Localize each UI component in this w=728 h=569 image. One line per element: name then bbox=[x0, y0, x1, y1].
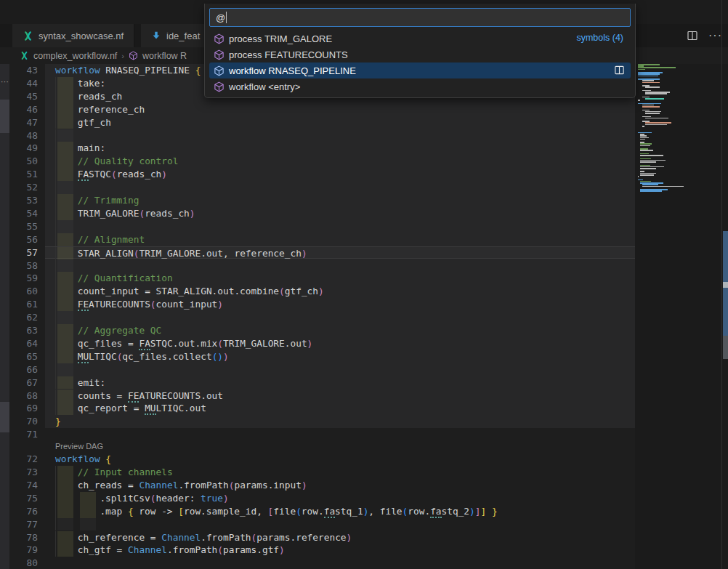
code-line[interactable]: .map { row -> [row.sample_id, [file(row.… bbox=[45, 505, 635, 518]
line-number[interactable]: 63 bbox=[9, 324, 38, 337]
line-number[interactable]: 46 bbox=[9, 103, 38, 116]
code-line[interactable]: ch_reference = Channel.fromPath(params.r… bbox=[45, 531, 635, 544]
line-number[interactable]: 78 bbox=[9, 531, 38, 544]
code-line[interactable]: TRIM_GALORE(reads_ch) bbox=[45, 207, 635, 220]
line-number[interactable]: 72 bbox=[9, 453, 38, 466]
breadcrumb-file[interactable]: complex_workflow.nf bbox=[33, 51, 117, 61]
line-number[interactable]: 51 bbox=[9, 168, 38, 181]
line-number[interactable]: 54 bbox=[9, 207, 38, 220]
line-number[interactable]: 68 bbox=[9, 390, 38, 403]
code-line[interactable] bbox=[45, 557, 635, 569]
code-line[interactable] bbox=[45, 311, 635, 324]
code-line[interactable]: ch_gtf = Channel.fromPath(params.gtf) bbox=[45, 544, 635, 557]
line-number[interactable]: 44 bbox=[9, 77, 38, 90]
line-number[interactable]: 80 bbox=[9, 557, 38, 569]
code-line[interactable]: FEATURECOUNTS(count_input) bbox=[45, 298, 635, 311]
line-number[interactable]: 65 bbox=[9, 350, 38, 363]
line-number[interactable]: 55 bbox=[9, 220, 38, 233]
nextflow-icon bbox=[20, 51, 29, 60]
code-line[interactable]: FASTQC(reads_ch) bbox=[45, 168, 635, 181]
code-line[interactable] bbox=[45, 220, 635, 233]
code-line[interactable]: counts = FEATURECOUNTS.out bbox=[45, 390, 635, 403]
code-line[interactable]: .splitCsv(header: true) bbox=[45, 492, 635, 505]
code-line[interactable] bbox=[45, 129, 635, 142]
indent-highlight bbox=[57, 116, 73, 129]
indent-guide bbox=[55, 363, 56, 376]
line-number[interactable]: 58 bbox=[9, 259, 38, 273]
code-line[interactable]: workflow { bbox=[45, 453, 635, 466]
line-number[interactable]: 43 bbox=[9, 64, 38, 77]
line-number[interactable]: 67 bbox=[9, 376, 38, 390]
code-line[interactable]: main: bbox=[45, 142, 635, 155]
line-number[interactable]: 70 bbox=[9, 415, 38, 428]
code-line[interactable]: reference_ch bbox=[45, 103, 635, 116]
line-number-gutter[interactable]: 4344454647484950515253545556575859606162… bbox=[9, 64, 45, 569]
line-number[interactable]: 73 bbox=[9, 466, 38, 479]
line-number[interactable]: 71 bbox=[9, 428, 38, 441]
code-line[interactable]: count_input = STAR_ALIGN.out.combine(gtf… bbox=[45, 285, 635, 298]
code-line[interactable]: MULTIQC(qc_files.collect()) bbox=[45, 350, 635, 363]
line-number[interactable]: 50 bbox=[9, 155, 38, 168]
indent-guide bbox=[55, 337, 56, 350]
code-line[interactable] bbox=[45, 181, 635, 194]
code-line[interactable]: gtf_ch bbox=[45, 116, 635, 129]
tab-syntax-showcase[interactable]: syntax_showcase.nf bbox=[12, 24, 134, 47]
quick-open-input[interactable]: @ bbox=[209, 8, 631, 27]
line-number[interactable]: 56 bbox=[9, 233, 38, 246]
line-number[interactable]: 74 bbox=[9, 479, 38, 492]
quick-open-dialog: @ symbols (4) process TRIM_GALOREprocess… bbox=[204, 4, 636, 98]
scrollbar-overview-ruler[interactable] bbox=[721, 0, 728, 569]
code-line[interactable] bbox=[45, 259, 635, 273]
code-line[interactable]: emit: bbox=[45, 376, 635, 390]
line-number[interactable]: 53 bbox=[9, 194, 38, 207]
line-number[interactable]: 76 bbox=[9, 505, 38, 518]
open-to-side-icon[interactable] bbox=[614, 65, 625, 76]
codelens-preview-dag[interactable]: Preview DAG bbox=[55, 441, 103, 453]
code-line[interactable]: // Aggregate QC bbox=[45, 324, 635, 337]
line-number[interactable]: 75 bbox=[9, 492, 38, 505]
ellipsis-icon[interactable]: ··· bbox=[708, 29, 722, 42]
code-line[interactable]: ch_reads = Channel.fromPath(params.input… bbox=[45, 479, 635, 492]
code-line[interactable]: } bbox=[45, 415, 635, 428]
code-line[interactable]: // Quantification bbox=[45, 272, 635, 285]
code-line[interactable]: // Alignment bbox=[45, 233, 635, 246]
line-number[interactable]: 52 bbox=[9, 181, 38, 194]
line-number[interactable]: 66 bbox=[9, 363, 38, 376]
code-line[interactable]: // Input channels bbox=[45, 466, 635, 479]
indent-highlight bbox=[57, 376, 73, 390]
minimap-line bbox=[645, 118, 668, 119]
line-number[interactable]: 62 bbox=[9, 311, 38, 324]
line-number[interactable]: 49 bbox=[9, 142, 38, 155]
overview-mark bbox=[723, 282, 728, 288]
line-number[interactable]: 77 bbox=[9, 518, 38, 531]
line-number[interactable]: 57 bbox=[9, 246, 38, 259]
line-number[interactable]: 79 bbox=[9, 544, 38, 557]
breadcrumb-symbol[interactable]: workflow R bbox=[142, 51, 187, 61]
quick-open-item[interactable]: workflow RNASEQ_PIPELINE bbox=[209, 62, 631, 78]
minimap[interactable] bbox=[638, 64, 700, 569]
quick-open-item[interactable]: workflow <entry> bbox=[209, 78, 631, 94]
line-number[interactable]: 59 bbox=[9, 272, 38, 285]
line-number[interactable]: 47 bbox=[9, 116, 38, 129]
code-line[interactable] bbox=[45, 518, 635, 531]
line-number[interactable]: 45 bbox=[9, 90, 38, 103]
indent-guide bbox=[55, 77, 56, 90]
quick-open-item[interactable]: process FEATURECOUNTS bbox=[209, 47, 631, 62]
code-line[interactable] bbox=[45, 428, 635, 441]
quick-open-item[interactable]: process TRIM_GALORE bbox=[209, 31, 631, 47]
code-line[interactable] bbox=[45, 363, 635, 376]
code-text: // Input channels bbox=[78, 466, 173, 479]
line-number[interactable]: 61 bbox=[9, 298, 38, 311]
line-number[interactable]: 60 bbox=[9, 285, 38, 298]
code-line[interactable]: STAR_ALIGN(TRIM_GALORE.out, reference_ch… bbox=[45, 246, 635, 259]
line-number[interactable]: 48 bbox=[9, 129, 38, 142]
code-line[interactable]: qc_files = FASTQC.out.mix(TRIM_GALORE.ou… bbox=[45, 337, 635, 350]
split-editor-icon[interactable] bbox=[687, 30, 698, 41]
code-line[interactable]: qc_report = MULTIQC.out bbox=[45, 402, 635, 415]
indent-guide bbox=[55, 324, 56, 337]
line-number[interactable]: 64 bbox=[9, 337, 38, 350]
code-line[interactable]: // Trimming bbox=[45, 194, 635, 207]
line-number[interactable]: 69 bbox=[9, 402, 38, 415]
code-area[interactable]: Preview DAG workflow RNASEQ_PIPELINE {ta… bbox=[45, 64, 635, 569]
code-line[interactable]: // Quality control bbox=[45, 155, 635, 168]
